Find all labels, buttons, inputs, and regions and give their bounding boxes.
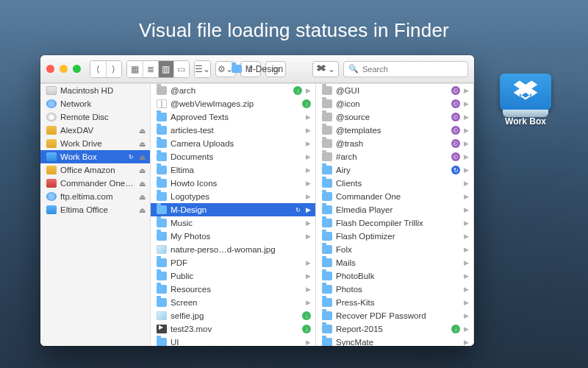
col2-item[interactable]: Elmedia Player ▶ xyxy=(316,203,473,216)
sidebar-item-alexdav[interactable]: AlexDAV ⏏ xyxy=(40,124,150,137)
col1-item[interactable]: test23.mov ↓ xyxy=(151,322,315,336)
folder-icon xyxy=(157,232,167,241)
col2-item[interactable]: @source ⏲ ▶ xyxy=(316,110,473,124)
sidebar-item-network[interactable]: Network xyxy=(40,97,150,110)
sidebar-item-work-drive[interactable]: Work Drive ⏏ xyxy=(40,137,150,150)
view-gallery[interactable]: ▭ xyxy=(173,61,189,77)
share-button[interactable]: ⇪ xyxy=(240,61,261,77)
eject-icon[interactable]: ⏏ xyxy=(139,206,146,214)
dropbox-menu-button[interactable]: ⌄ xyxy=(312,61,339,77)
eject-icon[interactable]: ⏏ xyxy=(139,180,146,188)
folder-grey-icon xyxy=(322,99,332,108)
col2-item[interactable]: Flash Decompiler Trillix ▶ xyxy=(316,216,473,230)
sidebar-item-office-amazon[interactable]: Office Amazon ⏏ xyxy=(40,163,150,177)
eject-icon[interactable]: ⏏ xyxy=(139,166,146,174)
col2-item[interactable]: PhotoBulk ▶ xyxy=(316,269,473,283)
col1-item[interactable]: @arch ↓ ▶ xyxy=(151,84,315,97)
col2-item[interactable]: @icon ⏲ ▶ xyxy=(316,97,473,110)
col1-item[interactable]: Camera Uploads ▶ xyxy=(151,137,315,150)
search-input[interactable] xyxy=(362,65,464,74)
col1-item[interactable]: Screen ▶ xyxy=(151,296,315,309)
col1-item[interactable]: Public ▶ xyxy=(151,269,315,283)
col1-item[interactable]: Howto Icons ▶ xyxy=(151,177,315,190)
col2-item[interactable]: Press-Kits ▶ xyxy=(316,296,473,309)
file-name: Elmedia Player xyxy=(336,205,460,214)
file-name: Camera Uploads xyxy=(171,139,302,148)
forward-button[interactable]: ⟩ xyxy=(106,61,121,77)
eject-icon[interactable]: ⏏ xyxy=(139,127,146,135)
col1-item[interactable]: articles-test ▶ xyxy=(151,124,315,137)
file-name: selfie.jpg xyxy=(171,311,298,320)
sidebar-item-work-box[interactable]: Work Box ↻ ⏏ xyxy=(40,150,150,163)
file-name: #arch xyxy=(336,152,448,161)
col2-item[interactable]: @trash ⏲ ▶ xyxy=(316,137,473,150)
col1-item[interactable]: Documents ▶ xyxy=(151,150,315,163)
file-column-2: @GUI ⏲ ▶ @icon ⏲ ▶ @source ⏲ ▶ @template… xyxy=(316,84,474,346)
col1-item[interactable]: Approved Texts ▶ xyxy=(151,110,315,124)
col2-item[interactable]: Recover PDF Password ▶ xyxy=(316,309,473,322)
sidebar-item-eltima-office[interactable]: Eltima Office ⏏ xyxy=(40,203,150,216)
close-icon[interactable] xyxy=(46,65,54,73)
col2-item[interactable]: Folx ▶ xyxy=(316,243,473,256)
file-name: Recover PDF Password xyxy=(336,311,460,320)
col2-item[interactable]: @templates ⏲ ▶ xyxy=(316,124,473,137)
sidebar-item-ftp-eltima-com[interactable]: ftp.eltima.com ⏏ xyxy=(40,190,150,203)
titlebar: ⟨ ⟩ ▦ ≣ ▥ ▭ ☰⌄ ⚙⌄ ⇪ ▭ ⌄ 🔍 M-Design xyxy=(40,55,474,83)
sidebar-item-remote-disc[interactable]: Remote Disc xyxy=(40,110,150,124)
eject-icon[interactable]: ⏏ xyxy=(139,193,146,201)
col1-item[interactable]: Music ▶ xyxy=(151,216,315,230)
file-name: @icon xyxy=(336,99,448,108)
col2-item[interactable]: Report-2015 ↓ ▶ xyxy=(316,322,473,336)
col1-item[interactable]: Resources ▶ xyxy=(151,283,315,296)
desktop-drive-workbox[interactable]: Work Box xyxy=(496,74,555,127)
nav-back-forward[interactable]: ⟨ ⟩ xyxy=(90,60,122,78)
back-button[interactable]: ⟨ xyxy=(90,61,106,77)
col1-item[interactable]: M-Design ↻ ▶ xyxy=(151,203,315,216)
col2-item[interactable]: Mails ▶ xyxy=(316,256,473,269)
col2-item[interactable]: Clients ▶ xyxy=(316,177,473,190)
tags-button[interactable]: ▭ xyxy=(265,61,286,77)
zoom-icon[interactable] xyxy=(73,65,81,73)
col2-item[interactable]: Photos ▶ xyxy=(316,283,473,296)
col1-item[interactable]: My Photos ▶ xyxy=(151,230,315,243)
file-name: Howto Icons xyxy=(171,179,302,188)
col1-item[interactable]: Eltima ▶ xyxy=(151,163,315,177)
status-badge-pend: ⏲ xyxy=(451,113,460,121)
col1-item[interactable]: nature-perso…d-woman.jpg xyxy=(151,243,315,256)
action-button[interactable]: ⚙⌄ xyxy=(215,61,236,77)
col1-item[interactable]: UI ▶ xyxy=(151,336,315,346)
file-name: Logotypes xyxy=(171,192,302,201)
chevron-right-icon: ▶ xyxy=(306,193,311,200)
view-switcher[interactable]: ▦ ≣ ▥ ▭ xyxy=(126,60,190,78)
col2-item[interactable]: Commander One ▶ xyxy=(316,190,473,203)
folder-icon xyxy=(157,219,167,227)
arrange-menu[interactable]: ☰⌄ xyxy=(194,60,211,78)
col1-item[interactable]: selfie.jpg ↓ xyxy=(151,309,315,322)
col1-item[interactable]: @webViewImages.zip ↓ xyxy=(151,97,315,110)
eject-icon[interactable]: ⏏ xyxy=(139,140,146,148)
col2-item[interactable]: Flash Optimizer ▶ xyxy=(316,230,473,243)
folder-grey-icon xyxy=(157,86,167,95)
file-name: Photos xyxy=(336,285,460,294)
sidebar-item-macintosh-hd[interactable]: Macintosh HD xyxy=(40,84,150,97)
col1-item[interactable]: PDF ▶ xyxy=(151,256,315,269)
sidebar-item-commander-one-work[interactable]: Commander One Work ⏏ xyxy=(40,177,150,190)
file-name: @arch xyxy=(171,86,290,95)
search-field[interactable]: 🔍 xyxy=(343,61,468,77)
col1-item[interactable]: Logotypes ▶ xyxy=(151,190,315,203)
col2-item[interactable]: @GUI ⏲ ▶ xyxy=(316,84,473,97)
col2-item[interactable]: Airy ↻ ▶ xyxy=(316,163,473,177)
minimize-icon[interactable] xyxy=(60,65,68,73)
view-columns[interactable]: ▥ xyxy=(158,61,173,77)
col2-item[interactable]: #arch ⏲ ▶ xyxy=(316,150,473,163)
file-name: Folx xyxy=(336,245,460,254)
eject-icon[interactable]: ⏏ xyxy=(139,153,146,161)
file-name: Airy xyxy=(336,166,448,174)
view-icon-grid[interactable]: ▦ xyxy=(127,61,143,77)
arrange-button[interactable]: ☰⌄ xyxy=(195,61,210,77)
view-list[interactable]: ≣ xyxy=(143,61,158,77)
chevron-right-icon: ▶ xyxy=(306,113,311,121)
chevron-right-icon: ▶ xyxy=(464,193,469,200)
col2-item[interactable]: SyncMate ▶ xyxy=(316,336,473,346)
folder-icon xyxy=(157,285,167,294)
